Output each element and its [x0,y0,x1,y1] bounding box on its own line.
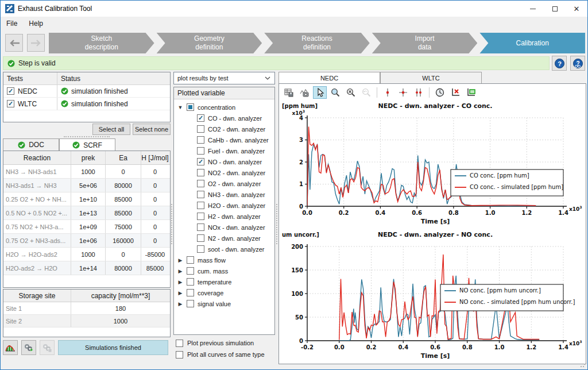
back-button[interactable] [5,34,23,52]
show-results-button[interactable] [3,340,18,355]
menu-file[interactable]: File [1,17,23,30]
zoom-select-button[interactable] [328,86,342,99]
test-checkbox-wltc[interactable] [7,100,14,107]
tree-checkbox[interactable] [197,114,204,122]
tree-node-cum-mass[interactable]: ▶cum. mass [174,265,274,276]
table-row[interactable]: 0.75 NO2 + NH3-a...1e+09750000 [3,220,170,234]
tree-leaf-nox[interactable]: NOx - dwn. analyzer [174,222,274,233]
simulations-finished-button[interactable]: Simulations finished [58,340,168,355]
axes-add-button[interactable] [464,86,478,99]
tree-checkbox[interactable] [197,169,204,176]
tree-leaf-co[interactable]: CO - dwn. analyzer [174,113,274,124]
plot-option-previous[interactable]: Plot previous simulation [176,337,276,349]
menu-help[interactable]: Help [23,17,49,30]
co-concentration-chart[interactable]: 0.00.20.40.60.81.01.21.401234NEDC - dwn.… [281,101,584,227]
cursor-button[interactable] [313,86,327,99]
plot-option-checkbox[interactable] [176,340,183,347]
table-row[interactable]: 0.5 NO + 0.5 NO2 +...1e+13850000 [3,206,170,220]
tree-checkbox[interactable] [197,213,204,220]
tree-checkbox[interactable] [187,103,194,111]
tree-checkbox[interactable] [187,289,194,296]
table-row[interactable]: Site 21000 [3,315,170,327]
table-row[interactable]: NEDCsimulation finished [3,85,170,98]
tab-scrf[interactable]: SCRF [59,138,115,151]
table-row[interactable]: WLTCsimulation finished [3,98,170,110]
tree-checkbox[interactable] [197,202,204,209]
tree-checkbox[interactable] [197,158,204,165]
collapse-arrow-icon[interactable]: ▼ [177,105,183,110]
horizontal-splitter[interactable] [64,136,110,138]
tree-leaf-no[interactable]: NO - dwn. analyzer [174,156,274,167]
chart-snapshot-button[interactable] [297,86,311,99]
tree-leaf-nh3[interactable]: NH3 - dwn. analyzer [174,189,274,200]
expand-arrow-icon[interactable]: ▶ [177,279,183,285]
right-splitter[interactable] [276,72,278,363]
tree-node-concentration[interactable]: ▼concentration [174,102,274,113]
tree-checkbox[interactable] [197,223,204,231]
tree-node-coverage[interactable]: ▶coverage [174,287,274,298]
select-none-button[interactable]: Select none [133,124,171,135]
tree-checkbox[interactable] [187,267,194,275]
table-row[interactable]: Site 1180 [3,302,170,315]
table-row[interactable]: H2O → H2O-ads210000-85000 [3,248,170,261]
tab-doc[interactable]: DOC [3,138,59,151]
tree-checkbox[interactable] [197,147,204,155]
plot-tab-wltc[interactable]: WLTC [380,72,482,83]
expand-arrow-icon[interactable]: ▶ [177,257,183,263]
export-table-button[interactable] [282,86,296,99]
table-row[interactable]: H2O-ads2 → H2O1e+148000085000 [3,261,170,275]
tree-node-mass-flow[interactable]: ▶mass flow [174,255,274,265]
tree-leaf-n2[interactable]: N2 - dwn. analyzer [174,233,274,244]
tree-checkbox[interactable] [197,245,204,253]
forward-button[interactable] [27,34,45,52]
tree-checkbox[interactable] [197,234,204,242]
plot-option-all[interactable]: Plot all curves of same type [176,349,276,360]
tree-leaf-co2[interactable]: CO2 - dwn. analyzer [174,124,274,134]
expand-arrow-icon[interactable]: ▶ [177,290,183,296]
table-row[interactable]: 0.75 O2 + NH3-ads...1e+061600000 [3,234,170,248]
tree-checkbox[interactable] [187,278,194,286]
maximize-button[interactable] [544,1,566,17]
plot-option-checkbox[interactable] [176,351,183,359]
table-row[interactable]: NH3 → NH3-ads1100000 [3,165,170,179]
expand-arrow-icon[interactable]: ▶ [177,268,183,274]
tree-leaf-fuel[interactable]: Fuel - dwn. analyzer [174,145,274,156]
no-concentration-chart[interactable]: -0.20.00.20.40.60.81.01.21.4050100150200… [281,229,584,361]
context-help-button[interactable]: ? [570,56,585,71]
wizard-step-calibration[interactable]: Calibration [479,33,585,53]
tree-node-signal-value[interactable]: ▶signal value [174,298,274,309]
select-all-button[interactable]: Select all [92,124,130,135]
zoom-out-button[interactable] [344,86,358,99]
tree-checkbox[interactable] [197,180,204,187]
wizard-step-reactions[interactable]: Reactions definition [264,33,370,53]
marker-single-button[interactable] [381,86,394,99]
wizard-step-import[interactable]: Import data [372,33,478,53]
minimize-button[interactable] [522,1,544,17]
marker-cross-button[interactable] [396,86,410,99]
tree-checkbox[interactable] [197,136,204,144]
marker-double-button[interactable] [412,86,425,99]
time-sync-button[interactable] [433,86,447,99]
tree-leaf-cahb[interactable]: CaHb - dwn. analyzer [174,134,274,145]
table-row[interactable]: NH3-ads1 → NH35e+06800000 [3,179,170,192]
plot-tab-nedc[interactable]: NEDC [278,72,380,83]
resize-grip[interactable] [580,362,586,368]
tree-leaf-h2[interactable]: H2 - dwn. analyzer [174,211,274,222]
test-checkbox-nedc[interactable] [7,87,14,95]
tree-leaf-o2[interactable]: O2 - dwn. analyzer [174,178,274,189]
tree-leaf-soot[interactable]: soot - dwn. analyzer [174,244,274,255]
wizard-step-sketch[interactable]: Sketch description [49,33,154,53]
tree-checkbox[interactable] [187,300,194,307]
expand-arrow-icon[interactable]: ▶ [177,301,183,307]
tree-checkbox[interactable] [197,191,204,198]
tree-checkbox[interactable] [187,256,194,264]
left-splitter[interactable] [171,72,173,363]
run-simulation-button[interactable] [21,340,36,355]
tree-checkbox[interactable] [197,125,204,133]
table-row[interactable]: 0.25 O2 + NO + NH...1e+10850000 [3,192,170,206]
axes-delete-button[interactable] [448,86,462,99]
tree-leaf-no2[interactable]: NO2 - dwn. analyzer [174,167,274,178]
close-button[interactable]: ✕ [566,1,587,17]
tree-node-temperature[interactable]: ▶temperature [174,276,274,287]
help-button[interactable]: ? [552,56,567,71]
